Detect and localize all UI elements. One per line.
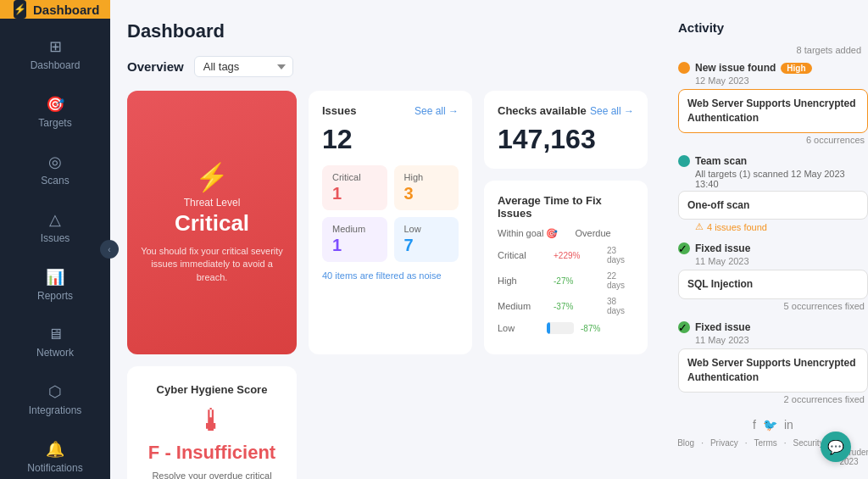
dashboard-icon: ⊞	[49, 37, 62, 56]
avg-time-title: Average Time to Fix Issues	[498, 194, 634, 220]
integrations-icon: ⬡	[48, 382, 62, 401]
avg-time-bars: Critical +229% 23 days High -27% 22 days…	[498, 246, 634, 334]
noise-filter-text[interactable]: 40 items are filtered as noise	[322, 270, 459, 281]
activity-team-scan-header: Team scan	[678, 155, 868, 167]
issues-card: Issues See all → 12 Critical 1 High 3 Me…	[309, 91, 472, 354]
issues-total-count: 12	[322, 124, 459, 155]
sidebar-item-reports[interactable]: 📊 Reports	[0, 256, 110, 314]
sidebar-item-label: Network	[36, 347, 74, 359]
sidebar-item-scans[interactable]: ◎ Scans	[0, 141, 110, 198]
medium-label: Medium	[332, 224, 377, 234]
avg-time-header: Average Time to Fix Issues	[498, 194, 634, 220]
activity-item-fixed-1: ✓ Fixed issue 11 May 2023 SQL Injection …	[678, 242, 868, 311]
issues-low-cell: Low 7	[394, 217, 459, 262]
checks-card-title: Checks available	[498, 104, 587, 117]
activity-fixed1-date: 11 May 2023	[695, 256, 868, 266]
sidebar-item-label: Notifications	[27, 462, 82, 474]
avg-bar-row: Medium -37% 38 days	[498, 297, 634, 315]
terms-link[interactable]: Terms	[754, 438, 777, 466]
bar-track	[547, 322, 574, 334]
activity-fixed1-header: ✓ Fixed issue	[678, 242, 868, 254]
checks-total-count: 147,163	[498, 124, 634, 155]
low-value: 7	[404, 236, 449, 255]
sidebar-toggle-button[interactable]: ‹	[100, 240, 119, 259]
issues-icon: △	[49, 210, 61, 229]
sidebar-item-label: Targets	[38, 117, 71, 129]
notifications-icon: 🔔	[46, 440, 64, 459]
activity-team-scan-card[interactable]: One-off scan	[678, 191, 868, 220]
bar-change: -27%	[554, 276, 600, 286]
threat-label: Threat Level	[184, 197, 241, 209]
within-goal-label: Within goal 🎯	[498, 228, 558, 239]
activity-fixed2-card[interactable]: Web Server Supports Unencrypted Authenti…	[678, 348, 868, 393]
activity-panel: Activity 8 targets added New issue found…	[665, 0, 868, 479]
targets-added-text: 8 targets added	[678, 45, 868, 55]
bar-days: 38 days	[607, 297, 634, 315]
activity-fixed2-header: ✓ Fixed issue	[678, 321, 868, 333]
activity-new-issue-card[interactable]: Web Server Supports Unencrypted Authenti…	[678, 89, 868, 133]
activity-team-scan-sub: All targets (1) scanned 12 May 2023 13:4…	[695, 169, 868, 189]
sidebar-item-network[interactable]: 🖥 Network	[0, 314, 110, 370]
avg-bar-row: Low -87%	[498, 322, 634, 334]
activity-new-issue-date: 12 May 2023	[695, 75, 868, 86]
activity-dot-orange	[678, 62, 690, 74]
bar-label: Low	[498, 323, 540, 333]
issues-high-cell: High 3	[394, 165, 459, 210]
activity-dot-green-2: ✓	[678, 321, 690, 333]
activity-fixed1-occurrences: 5 occurrences fixed	[678, 301, 868, 311]
low-label: Low	[404, 224, 449, 234]
sidebar-nav: ⊞ Dashboard 🎯 Targets ◎ Scans △ Issues 📊…	[0, 19, 110, 370]
tag-select[interactable]: All tags Production Staging Development	[194, 56, 293, 77]
bar-label: High	[498, 276, 540, 286]
checks-card-header: Checks available See all →	[498, 104, 634, 117]
hygiene-title: Cyber Hygiene Score	[141, 383, 283, 396]
issues-critical-cell: Critical 1	[322, 165, 387, 210]
issues-grid: Critical 1 High 3 Medium 1 Low 7	[322, 165, 459, 262]
sidebar-item-dashboard[interactable]: ⊞ Dashboard	[0, 25, 110, 83]
sidebar-item-issues[interactable]: △ Issues	[0, 198, 110, 256]
sidebar-item-label: Dashboard	[31, 59, 81, 71]
activity-new-issue-label: New issue found	[695, 62, 776, 74]
sidebar-item-label: Scans	[41, 175, 69, 187]
sidebar-bottom-nav: ⬡ Integrations 🔔 Notifications ⚙ Setting…	[0, 370, 110, 479]
issues-medium-cell: Medium 1	[322, 217, 387, 262]
activity-fixed2-label: Fixed issue	[695, 321, 750, 333]
activity-dot-teal	[678, 155, 690, 167]
activity-item-new-issue: New issue found High 12 May 2023 Web Ser…	[678, 62, 868, 145]
checks-card: Checks available See all → 147,163	[484, 91, 648, 169]
avg-time-card: Average Time to Fix Issues Within goal 🎯…	[484, 181, 648, 354]
privacy-link[interactable]: Privacy	[710, 438, 738, 466]
activity-fixed1-label: Fixed issue	[695, 242, 750, 254]
sidebar-logo: ⚡ Dashboard	[0, 0, 110, 19]
activity-fixed1-card[interactable]: SQL Injection	[678, 270, 868, 299]
high-label: High	[404, 172, 449, 182]
critical-label: Critical	[332, 172, 377, 182]
linkedin-icon[interactable]: in	[784, 418, 793, 432]
medium-value: 1	[332, 236, 377, 255]
activity-fixed2-date: 11 May 2023	[695, 335, 868, 345]
chat-bubble-button[interactable]: 💬	[821, 432, 851, 462]
sidebar-item-targets[interactable]: 🎯 Targets	[0, 83, 110, 141]
issues-card-title: Issues	[322, 104, 356, 117]
hygiene-card: Cyber Hygiene Score 🌡 F - Insufficient R…	[127, 366, 297, 479]
checks-see-all-link[interactable]: See all →	[590, 105, 634, 117]
threat-icon: ⚡	[195, 161, 229, 193]
dashboard-grid: ⚡ Threat Level Critical You should fix y…	[127, 91, 648, 479]
network-icon: 🖥	[47, 326, 63, 343]
hygiene-icon: 🌡	[141, 403, 283, 438]
page-title: Dashboard	[127, 20, 648, 42]
sidebar-item-integrations[interactable]: ⬡ Integrations	[0, 370, 110, 428]
issues-see-all-link[interactable]: See all →	[415, 105, 459, 117]
bar-change: +229%	[554, 251, 600, 260]
footer-social-icons: f 🐦 in	[678, 415, 868, 432]
security-link[interactable]: Security	[793, 438, 824, 466]
activity-dot-green-1: ✓	[678, 242, 690, 254]
avg-bar-row: High -27% 22 days	[498, 271, 634, 290]
twitter-icon[interactable]: 🐦	[763, 418, 777, 432]
blog-link[interactable]: Blog	[677, 438, 694, 466]
facebook-icon[interactable]: f	[753, 418, 756, 432]
scans-icon: ◎	[48, 153, 62, 171]
overview-label: Overview	[127, 59, 184, 74]
activity-new-issue-header: New issue found High	[678, 62, 868, 74]
sidebar-item-notifications[interactable]: 🔔 Notifications	[0, 428, 110, 479]
